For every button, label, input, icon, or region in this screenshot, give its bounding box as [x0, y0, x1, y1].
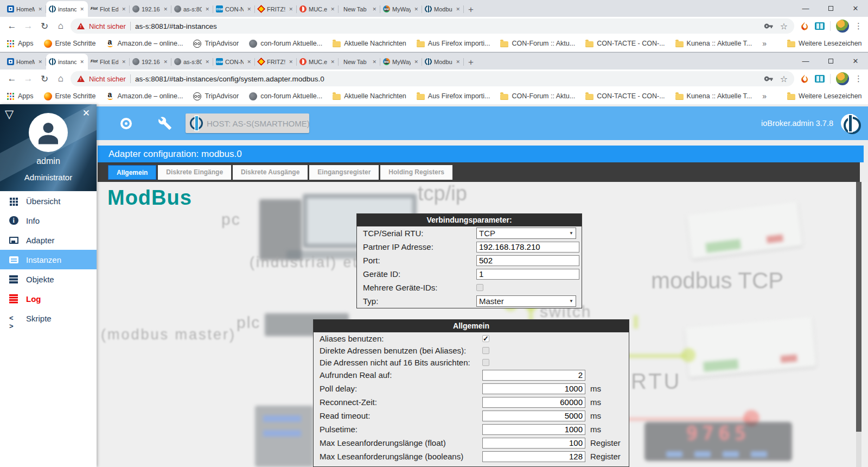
sidebar-menu-item[interactable]: Übersicht — [0, 191, 97, 211]
home-icon[interactable]: ⌂ — [54, 21, 67, 31]
browser-tab[interactable]: as-s:8082/r ✕ — [171, 54, 213, 70]
tab-close-icon[interactable]: ✕ — [246, 6, 252, 12]
max-read-length-booleans-input[interactable] — [482, 451, 585, 462]
tab-close-icon[interactable]: ✕ — [371, 6, 378, 12]
browser-tab[interactable]: MyWay ✕ — [380, 1, 422, 17]
url-text[interactable]: as-s:8081/#tab-instances/config/system.a… — [135, 75, 760, 83]
bookmark-item[interactable]: CON-TACTE - CON-... — [585, 40, 665, 47]
new-tab-button[interactable]: + — [468, 5, 474, 14]
tab-close-icon[interactable]: ✕ — [79, 59, 85, 65]
browser-tab[interactable]: New Tab ✕ — [339, 54, 380, 70]
bookmark-item[interactable]: CON-Forum :: Aktu... — [500, 40, 575, 47]
adapter-config-tab[interactable]: Diskrete Ausgänge — [233, 165, 308, 180]
browser-tab[interactable]: 192.168.178 ✕ — [130, 54, 171, 70]
bookmark-item[interactable]: Erste Schritte — [44, 92, 96, 100]
browser-tab[interactable]: MUC.easy ✕ — [297, 1, 339, 17]
browser-tab[interactable]: Modbus TC ✕ — [422, 54, 464, 70]
browser-tab[interactable]: Flot Edit ✕ — [88, 54, 130, 70]
tab-close-icon[interactable]: ✕ — [162, 59, 169, 65]
multiple-device-ids-checkbox[interactable] — [476, 284, 483, 291]
chrome-menu-icon[interactable]: ⋮ — [854, 21, 863, 31]
not-secure-label[interactable]: Nicht sicher — [89, 75, 126, 83]
bookmark-item[interactable]: TripAdvisor — [193, 40, 239, 48]
tab-close-icon[interactable]: ✕ — [37, 6, 43, 12]
tab-close-icon[interactable]: ✕ — [455, 6, 461, 12]
tab-close-icon[interactable]: ✕ — [371, 59, 378, 65]
browser-tab[interactable]: FRITZ!Box ✕ — [255, 1, 297, 17]
bookmark-item[interactable]: con-forum Aktuelle... — [249, 40, 322, 48]
max-read-length-float-input[interactable] — [482, 438, 585, 449]
sidebar-menu-item[interactable]: Objekte — [0, 269, 97, 289]
tab-close-icon[interactable]: ✕ — [120, 59, 127, 65]
content-scrollbar[interactable] — [856, 182, 861, 467]
maximize-button[interactable] — [818, 0, 843, 17]
sidebar-menu-item[interactable]: Info — [0, 211, 97, 230]
adapter-config-tab[interactable]: Allgemein — [108, 165, 156, 180]
bookmark-item[interactable]: TripAdvisor — [193, 92, 239, 100]
browser-tab[interactable]: MUC.easy ✕ — [297, 54, 339, 70]
back-icon[interactable]: ← — [5, 21, 18, 31]
collapse-triangle-icon[interactable]: ▽ — [5, 108, 14, 121]
browser-tab[interactable]: FRITZ!Box ✕ — [255, 54, 297, 70]
browser-tab[interactable]: CON-NAS - ✕ — [213, 1, 255, 17]
profile-avatar[interactable] — [836, 72, 849, 85]
tab-close-icon[interactable]: ✕ — [246, 59, 252, 65]
browser-tab[interactable]: HomeMatic ✕ — [4, 54, 46, 70]
adapter-config-tab[interactable]: Eingangsregister — [309, 165, 379, 180]
browser-tab[interactable]: New Tab ✕ — [339, 1, 380, 17]
flame-extension-icon[interactable] — [800, 74, 809, 84]
book-extension-icon[interactable] — [815, 22, 825, 30]
bookmark-item[interactable]: con-forum Aktuelle... — [249, 92, 322, 100]
reload-icon[interactable]: ↻ — [38, 21, 51, 32]
tab-close-icon[interactable]: ✕ — [455, 59, 461, 65]
tab-close-icon[interactable]: ✕ — [162, 6, 169, 12]
bookmark-item[interactable]: CON-TACTE - CON-... — [585, 92, 665, 100]
tab-close-icon[interactable]: ✕ — [204, 6, 210, 12]
bookmark-item[interactable]: Kunena :: Aktuelle T... — [675, 40, 752, 47]
tab-close-icon[interactable]: ✕ — [288, 59, 294, 65]
profile-avatar[interactable] — [836, 20, 849, 33]
sidebar-close-icon[interactable]: ✕ — [82, 108, 90, 119]
partner-ip-input[interactable] — [476, 242, 579, 253]
bookmark-star-icon[interactable]: ☆ — [780, 21, 788, 31]
tcp-serial-select[interactable]: TCP ▼ — [476, 228, 576, 239]
tab-close-icon[interactable]: ✕ — [413, 6, 419, 12]
adapter-config-tab[interactable]: Diskrete Eingänge — [158, 165, 231, 180]
sidebar-menu-item[interactable]: Skripte — [0, 308, 97, 328]
pulsetime-input[interactable] — [482, 424, 585, 435]
url-text[interactable]: as-s:8081/#tab-instances — [135, 22, 760, 30]
tab-close-icon[interactable]: ✕ — [329, 59, 336, 65]
other-bookmarks[interactable]: Weitere Lesezeichen — [787, 92, 862, 100]
no-align-16bit-checkbox[interactable] — [482, 359, 489, 366]
sidebar-menu-item[interactable]: Instanzen — [0, 250, 97, 269]
tab-close-icon[interactable]: ✕ — [37, 59, 43, 65]
read-timeout-input[interactable] — [482, 411, 585, 421]
browser-tab[interactable]: HomeMatic ✕ — [4, 1, 46, 17]
user-avatar[interactable] — [29, 113, 68, 152]
bookmark-item[interactable]: CON-Forum :: Aktu... — [500, 92, 575, 100]
new-tab-button[interactable]: + — [468, 58, 474, 67]
bookmarks-overflow-chevron[interactable]: » — [762, 92, 767, 100]
browser-tab[interactable]: Modbus TC ✕ — [422, 1, 464, 17]
bookmarks-overflow-chevron[interactable]: » — [762, 39, 767, 48]
scrollbar-thumb[interactable] — [856, 182, 861, 432]
address-bar[interactable]: Nicht sicher as-s:8081/#tab-instances ☆ — [71, 18, 794, 34]
bookmark-item[interactable]: Aus Firefox importi... — [417, 40, 490, 47]
device-id-input[interactable] — [476, 269, 579, 280]
not-secure-label[interactable]: Nicht sicher — [89, 22, 126, 30]
bookmark-item[interactable]: Aktuelle Nachrichten — [333, 40, 406, 47]
tab-close-icon[interactable]: ✕ — [329, 6, 336, 12]
forward-icon[interactable]: → — [22, 73, 35, 84]
other-bookmarks[interactable]: Weitere Lesezeichen — [787, 40, 862, 47]
bookmark-item[interactable]: Erste Schritte — [44, 40, 96, 48]
bookmark-item[interactable]: Aus Firefox importi... — [417, 92, 490, 100]
tab-close-icon[interactable]: ✕ — [288, 6, 294, 12]
browser-tab[interactable]: instances - ✕ — [46, 54, 88, 70]
round-real-input[interactable] — [482, 370, 585, 381]
reload-icon[interactable]: ↻ — [38, 73, 51, 85]
bookmark-item[interactable]: Aktuelle Nachrichten — [333, 92, 406, 100]
sidebar-menu-item[interactable]: Log — [0, 289, 97, 308]
close-button[interactable]: ✕ — [843, 53, 868, 70]
minimize-button[interactable]: — — [793, 0, 818, 17]
sidebar-menu-item[interactable]: Adapter — [0, 230, 97, 250]
